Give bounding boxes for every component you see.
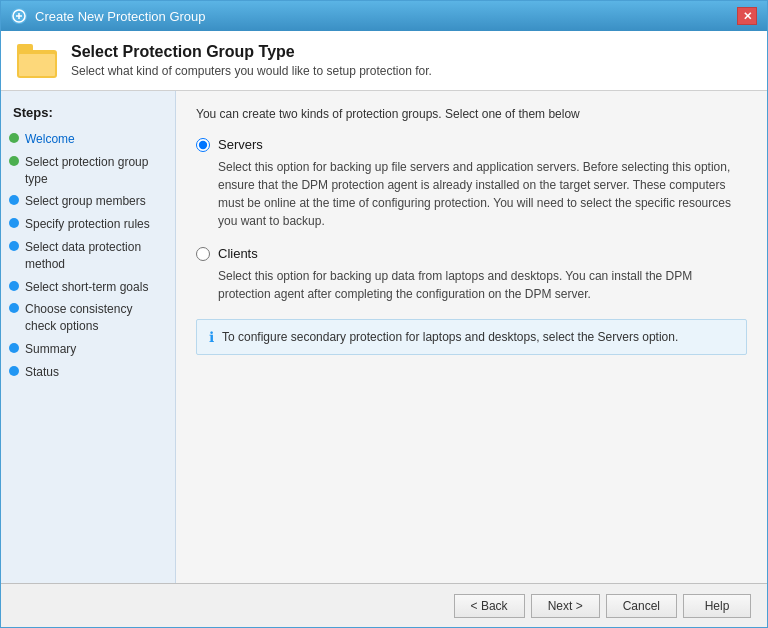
sidebar-item-data-protection[interactable]: Select data protection method [1,236,175,276]
footer: < Back Next > Cancel Help [1,583,767,627]
dot-icon-consistency [9,303,19,313]
sidebar-item-short-term[interactable]: Select short-term goals [1,276,175,299]
page-subtitle: Select what kind of computers you would … [71,64,432,78]
sidebar-item-summary[interactable]: Summary [1,338,175,361]
sidebar-item-specify-rules[interactable]: Specify protection rules [1,213,175,236]
title-bar-left: Create New Protection Group [11,8,206,24]
help-button[interactable]: Help [683,594,751,618]
dot-icon-short-term [9,281,19,291]
clients-label[interactable]: Clients [218,246,258,261]
dot-icon-data-protection [9,241,19,251]
header-text: Select Protection Group Type Select what… [71,43,432,78]
main-window: Create New Protection Group ✕ Select Pro… [0,0,768,628]
page-title: Select Protection Group Type [71,43,432,61]
clients-radio[interactable] [196,247,210,261]
folder-icon [17,44,57,78]
sidebar: Steps: Welcome Select protection group t… [1,91,176,583]
servers-radio[interactable] [196,138,210,152]
servers-option-row: Servers [196,137,747,152]
clients-description: Select this option for backing up data f… [218,267,747,303]
cancel-button[interactable]: Cancel [606,594,677,618]
servers-option-section: Servers Select this option for backing u… [196,137,747,230]
sidebar-title: Steps: [1,101,175,128]
content-intro: You can create two kinds of protection g… [196,107,747,121]
info-box: ℹ To configure secondary protection for … [196,319,747,355]
dot-icon-specify-rules [9,218,19,228]
dot-icon-status [9,366,19,376]
sidebar-item-consistency-check[interactable]: Choose consistency check options [1,298,175,338]
main-content: Steps: Welcome Select protection group t… [1,91,767,583]
header-section: Select Protection Group Type Select what… [1,31,767,91]
title-bar: Create New Protection Group ✕ [1,1,767,31]
window-title: Create New Protection Group [35,9,206,24]
dot-icon-welcome [9,133,19,143]
sidebar-item-select-members[interactable]: Select group members [1,190,175,213]
info-text: To configure secondary protection for la… [222,328,678,346]
close-button[interactable]: ✕ [737,7,757,25]
next-button[interactable]: Next > [531,594,600,618]
clients-option-section: Clients Select this option for backing u… [196,246,747,303]
sidebar-item-select-type[interactable]: Select protection group type [1,151,175,191]
back-button[interactable]: < Back [454,594,525,618]
app-icon [11,8,27,24]
sidebar-item-status[interactable]: Status [1,361,175,384]
dot-icon-select-members [9,195,19,205]
info-icon: ℹ [209,329,214,345]
servers-label[interactable]: Servers [218,137,263,152]
servers-description: Select this option for backing up file s… [218,158,747,230]
content-area: You can create two kinds of protection g… [176,91,767,583]
sidebar-item-welcome[interactable]: Welcome [1,128,175,151]
clients-option-row: Clients [196,246,747,261]
dot-icon-summary [9,343,19,353]
dot-icon-select-type [9,156,19,166]
